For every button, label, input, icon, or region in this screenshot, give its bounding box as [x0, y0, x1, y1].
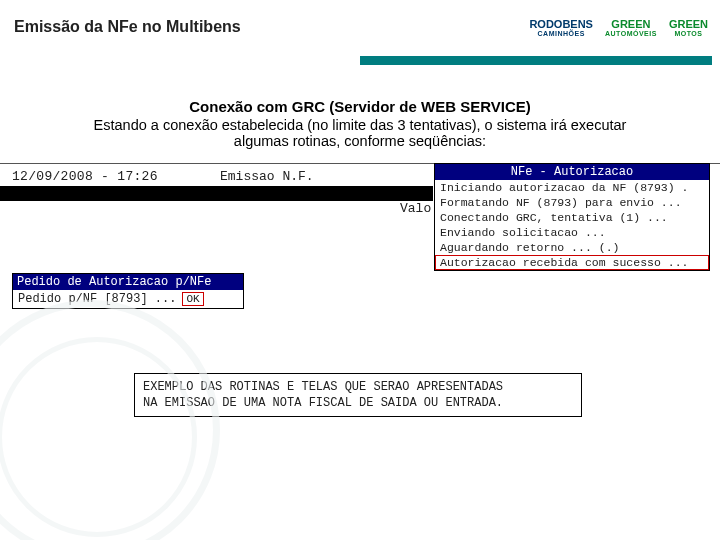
- log-line: Conectando GRC, tentativa (1) ...: [435, 210, 709, 225]
- ok-button[interactable]: OK: [182, 292, 203, 306]
- logo-green-auto: GREEN AUTOMÓVEIS: [605, 18, 657, 38]
- popup-authorization: NFe - Autorizacao Iniciando autorizacao …: [434, 163, 710, 271]
- page-title: Emissão da NFe no Multibens: [14, 18, 529, 36]
- logo-green-motos: GREEN MOTOS: [669, 18, 708, 38]
- terminal-screenshot: 12/09/2008 - 17:26 Emissao N.F. Valo NFe…: [0, 163, 720, 443]
- popup-pedido: Pedido de Autorizacao p/NFe Pedido p/NF …: [12, 273, 244, 309]
- log-line: Iniciando autorizacao da NF (8793) .: [435, 180, 709, 195]
- title-bar: [0, 186, 433, 201]
- section-body: Estando a conexão estabelecida (no limit…: [70, 117, 650, 149]
- logo-sub: CAMINHÕES: [529, 30, 593, 38]
- note-line: EXEMPLO DAS ROTINAS E TELAS QUE SERAO AP…: [143, 379, 573, 395]
- pedido-text: Pedido p/NF [8793] ...: [18, 292, 176, 306]
- brand-logos: RODOBENS CAMINHÕES GREEN AUTOMÓVEIS GREE…: [529, 18, 720, 38]
- logo-brand: GREEN: [605, 18, 657, 30]
- timestamp-label: 12/09/2008 - 17:26: [12, 169, 158, 184]
- section-title: Conexão com GRC (Servidor de WEB SERVICE…: [70, 98, 650, 115]
- logo-brand: RODOBENS: [529, 18, 593, 30]
- logo-sub: AUTOMÓVEIS: [605, 30, 657, 38]
- log-line: Aguardando retorno ... (.): [435, 240, 709, 255]
- log-line-highlight: Autorizacao recebida com sucesso ...: [435, 255, 709, 270]
- log-line: Enviando solicitacao ...: [435, 225, 709, 240]
- field-label-valo: Valo: [400, 201, 431, 216]
- log-line: Formatando NF (8793) para envio ...: [435, 195, 709, 210]
- logo-rodobens: RODOBENS CAMINHÕES: [529, 18, 593, 38]
- logo-brand: GREEN: [669, 18, 708, 30]
- note-box: EXEMPLO DAS ROTINAS E TELAS QUE SERAO AP…: [134, 373, 582, 417]
- logo-sub: MOTOS: [669, 30, 708, 38]
- module-label: Emissao N.F.: [220, 169, 314, 184]
- header-divider: [360, 56, 712, 65]
- popup-header: Pedido de Autorizacao p/NFe: [13, 274, 243, 290]
- popup-header: NFe - Autorizacao: [435, 164, 709, 180]
- note-line: NA EMISSAO DE UMA NOTA FISCAL DE SAIDA O…: [143, 395, 573, 411]
